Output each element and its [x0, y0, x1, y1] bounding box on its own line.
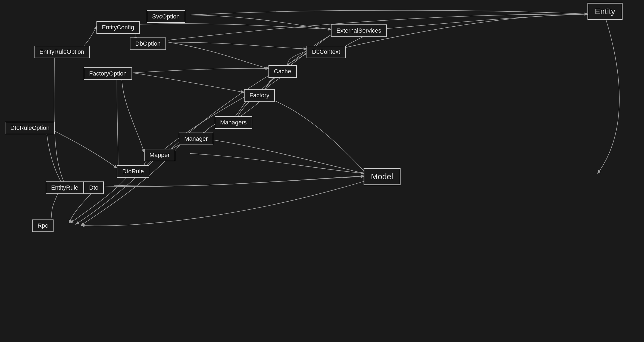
node-managers[interactable]: Managers [215, 116, 252, 129]
node-cache[interactable]: Cache [268, 65, 297, 78]
node-factory[interactable]: Factory [244, 89, 275, 102]
node-rpc[interactable]: Rpc [32, 219, 54, 232]
node-entityconfig[interactable]: EntityConfig [96, 21, 140, 34]
node-dtorule[interactable]: DtoRule [117, 165, 149, 178]
node-entityruleoption[interactable]: EntityRuleOption [34, 46, 90, 58]
node-factoryoption[interactable]: FactoryOption [84, 67, 132, 80]
node-manager[interactable]: Manager [179, 133, 213, 145]
node-svcoption[interactable]: SvcOption [147, 10, 185, 23]
node-dboption[interactable]: DbOption [130, 37, 166, 50]
node-dto[interactable]: Dto [84, 181, 104, 194]
node-dbcontext[interactable]: DbContext [307, 46, 346, 58]
node-entity[interactable]: Entity [587, 3, 623, 20]
node-dtoruleoption[interactable]: DtoRuleOption [5, 122, 55, 134]
node-entityrule[interactable]: EntityRule [46, 181, 84, 194]
node-model[interactable]: Model [364, 168, 401, 185]
node-mapper[interactable]: Mapper [144, 149, 175, 161]
node-externalservices[interactable]: ExternalServices [331, 24, 387, 37]
